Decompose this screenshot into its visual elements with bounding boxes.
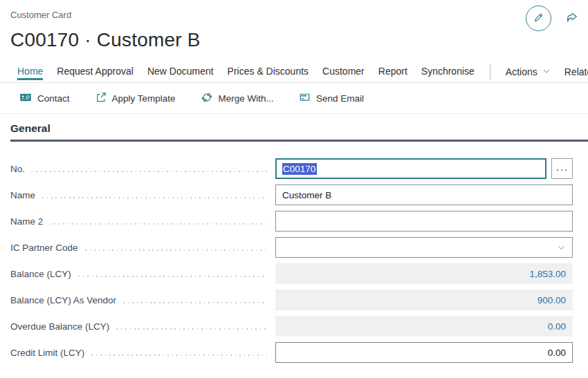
dotted-leader: [91, 355, 267, 356]
toolbar-label: Send Email: [316, 93, 364, 104]
input-value: 0.00: [548, 348, 566, 358]
customer-card-page: { "page": { "caption": "Customer Card", …: [0, 0, 588, 378]
field-label: Balance (LCY): [10, 269, 71, 279]
field-control: Customer B: [275, 185, 573, 205]
overdue-balance-value[interactable]: 0.00: [275, 316, 573, 337]
dotted-leader: [42, 197, 267, 198]
header-actions: [526, 6, 579, 31]
general-fields: No. C00170 ··· Name Customer B Name 2: [10, 158, 573, 363]
selected-text: C00170: [282, 163, 317, 175]
page-title: C00170 · Customer B: [10, 29, 573, 51]
field-row-balance-as-vendor: Balance (LCY) As Vendor 900.00: [10, 290, 573, 310]
edit-button[interactable]: [526, 6, 551, 31]
balance-lcy-value[interactable]: 1,853.00: [275, 263, 573, 284]
field-row-credit-limit: Credit Limit (LCY) 0.00: [10, 342, 573, 363]
field-control: 1,853.00: [275, 263, 573, 284]
tab-prices-discounts[interactable]: Prices & Discounts: [221, 62, 315, 82]
drilldown-value[interactable]: 1,853.00: [529, 269, 566, 279]
pencil-icon: [533, 12, 544, 26]
field-control: 0.00: [275, 342, 573, 363]
field-control: 0.00: [275, 316, 573, 337]
share-button[interactable]: [565, 10, 579, 26]
merge-with-button[interactable]: Merge With...: [201, 91, 274, 106]
field-row-balance-lcy: Balance (LCY) 1,853.00: [10, 263, 573, 284]
share-icon: [565, 10, 579, 26]
tab-label: Customer: [322, 66, 365, 77]
balance-as-vendor-value[interactable]: 900.00: [275, 290, 573, 310]
field-row-overdue-balance: Overdue Balance (LCY) 0.00: [10, 316, 573, 337]
tab-related-menu[interactable]: Related: [558, 62, 588, 82]
field-label: No.: [10, 164, 25, 174]
field-label: Overdue Balance (LCY): [10, 321, 109, 332]
field-label: Balance (LCY) As Vendor: [10, 295, 116, 305]
tab-label: Request Approval: [57, 66, 134, 77]
assist-edit-button[interactable]: ···: [551, 158, 573, 179]
name2-input[interactable]: [275, 211, 573, 231]
toolbar-label: Contact: [37, 93, 70, 104]
contact-card-icon: [19, 91, 32, 106]
toolbar-label: Apply Template: [112, 93, 176, 104]
ic-partner-code-combobox[interactable]: [275, 237, 573, 258]
credit-limit-input[interactable]: 0.00: [275, 342, 573, 363]
field-row-name: Name Customer B: [10, 185, 573, 205]
tab-label: New Document: [147, 66, 214, 77]
dotted-leader: [50, 223, 267, 225]
apply-template-icon: [95, 91, 107, 105]
tab-label: Report: [378, 66, 407, 77]
tab-new-document[interactable]: New Document: [140, 62, 221, 82]
tab-label: Prices & Discounts: [228, 66, 309, 77]
field-control: [275, 211, 573, 231]
dotted-leader: [85, 249, 267, 251]
tab-customer[interactable]: Customer: [315, 62, 371, 82]
page-caption: Customer Card: [10, 10, 573, 20]
tab-label: Related: [564, 62, 588, 82]
field-control: 900.00: [275, 290, 573, 310]
action-toolbar: Contact Apply Template Merge With...: [0, 83, 588, 114]
contact-button[interactable]: Contact: [19, 91, 70, 106]
apply-template-button[interactable]: Apply Template: [95, 91, 176, 105]
dotted-leader: [78, 276, 267, 277]
field-control: [275, 237, 573, 258]
send-email-icon: [299, 91, 311, 105]
dotted-leader: [32, 171, 267, 172]
dotted-leader: [123, 302, 267, 303]
field-row-name2: Name 2: [10, 211, 573, 231]
ellipsis-icon: ···: [556, 163, 569, 175]
tab-label: Home: [17, 66, 43, 77]
ribbon-tab-bar: Home Request Approval New Document Price…: [0, 62, 588, 83]
chevron-down-icon[interactable]: [557, 243, 566, 254]
tab-synchronise[interactable]: Synchronise: [414, 62, 481, 82]
page-header: Customer Card C00170 · Customer B: [0, 0, 588, 51]
tab-label: Synchronise: [421, 66, 475, 77]
field-label: IC Partner Code: [10, 243, 78, 253]
tab-actions-menu[interactable]: Actions: [499, 62, 558, 82]
tab-divider: [490, 64, 490, 79]
merge-icon: [201, 91, 213, 106]
tab-home[interactable]: Home: [10, 62, 50, 82]
general-section-header[interactable]: General: [10, 122, 588, 142]
field-label: Credit Limit (LCY): [10, 348, 84, 358]
field-row-no: No. C00170 ···: [10, 158, 573, 179]
tab-report[interactable]: Report: [371, 62, 414, 82]
drilldown-value[interactable]: 900.00: [538, 295, 566, 305]
name-input[interactable]: Customer B: [275, 185, 573, 205]
drilldown-value[interactable]: 0.00: [548, 321, 566, 332]
send-email-button[interactable]: Send Email: [299, 91, 364, 105]
field-label: Name: [10, 190, 35, 200]
tab-request-approval[interactable]: Request Approval: [50, 62, 140, 82]
input-value: Customer B: [282, 190, 331, 200]
tab-label: Actions: [506, 62, 538, 82]
toolbar-label: Merge With...: [219, 93, 274, 104]
field-control: C00170 ···: [275, 158, 573, 179]
field-label: Name 2: [10, 216, 43, 227]
field-row-ic-partner-code: IC Partner Code: [10, 237, 573, 258]
dotted-leader: [116, 328, 267, 330]
chevron-down-icon: [542, 62, 551, 82]
no-input[interactable]: C00170: [275, 158, 546, 179]
